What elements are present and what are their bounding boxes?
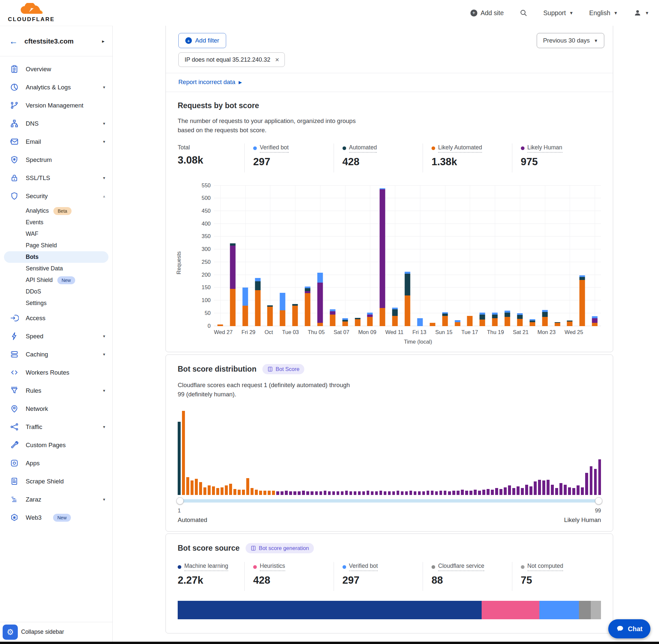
slider-handle-max[interactable] <box>595 497 602 505</box>
stacked-bar[interactable] <box>230 243 235 326</box>
stacked-bar[interactable] <box>255 278 260 326</box>
histogram-bar-score-73[interactable] <box>487 489 490 495</box>
histogram-bar-score-24[interactable] <box>276 491 279 495</box>
histogram-bar-score-17[interactable] <box>246 478 249 495</box>
histogram-bar-score-86[interactable] <box>542 480 545 495</box>
histogram-bar-score-20[interactable] <box>259 491 262 495</box>
sidebar-subitem-page-shield[interactable]: Page Shield <box>4 240 109 251</box>
stacked-bar[interactable] <box>217 324 223 326</box>
histogram-bar-score-82[interactable] <box>525 485 528 495</box>
histogram-bar-score-64[interactable] <box>448 491 451 495</box>
histogram-bar-score-22[interactable] <box>268 491 270 495</box>
histogram-bar-score-48[interactable] <box>379 491 382 495</box>
stacked-bar[interactable] <box>367 313 373 326</box>
histogram-bar-score-95[interactable] <box>581 487 584 495</box>
stacked-bar[interactable] <box>392 308 398 326</box>
sidebar-item-rules[interactable]: Rules▾ <box>0 382 112 400</box>
histogram-bar-score-8[interactable] <box>208 485 211 495</box>
histogram-bar-score-65[interactable] <box>452 491 455 495</box>
stat-label[interactable]: Machine learning <box>178 562 228 571</box>
histogram-bar-score-43[interactable] <box>358 491 361 495</box>
back-arrow-icon[interactable]: ← <box>9 37 18 46</box>
sidebar-item-web3[interactable]: Web3New <box>0 508 112 527</box>
histogram-bar-score-30[interactable] <box>302 491 305 495</box>
histogram-bar-score-13[interactable] <box>229 484 232 495</box>
add-filter-button[interactable]: + Add filter <box>178 33 226 48</box>
histogram-bar-score-68[interactable] <box>465 491 468 495</box>
stacked-bar[interactable] <box>330 309 335 326</box>
sidebar-item-spectrum[interactable]: Spectrum <box>0 151 112 169</box>
stat-label[interactable]: Total <box>178 144 190 151</box>
histogram-bar-score-51[interactable] <box>392 491 395 495</box>
histogram-bar-score-54[interactable] <box>405 491 408 495</box>
histogram-bar-score-85[interactable] <box>538 480 541 495</box>
histogram-bar-score-78[interactable] <box>508 485 511 495</box>
histogram-bar-score-42[interactable] <box>354 491 357 495</box>
histogram-bar-score-69[interactable] <box>469 491 472 495</box>
sidebar-item-version-management[interactable]: Version Management <box>0 96 112 114</box>
histogram-bar-score-99[interactable] <box>598 459 601 495</box>
histogram-bar-score-90[interactable] <box>560 483 562 495</box>
stat-label[interactable]: Likely Human <box>521 144 562 153</box>
histogram-bar-score-96[interactable] <box>585 473 588 495</box>
histogram-bar-score-52[interactable] <box>397 491 400 495</box>
chat-button[interactable]: Chat <box>608 619 651 638</box>
histogram-bar-score-16[interactable] <box>242 490 245 495</box>
sidebar-item-scrape-shield[interactable]: Scrape Shield <box>0 472 112 490</box>
histogram-bar-score-94[interactable] <box>576 485 580 495</box>
stacked-bar[interactable] <box>592 316 598 326</box>
stacked-bar[interactable] <box>567 321 573 326</box>
histogram-bar-score-7[interactable] <box>204 487 206 495</box>
histogram-bar-score-59[interactable] <box>427 491 429 495</box>
histogram-bar-score-70[interactable] <box>474 490 477 495</box>
language-menu[interactable]: English ▼ <box>589 9 618 17</box>
stacked-bar[interactable] <box>517 313 522 326</box>
collapse-sidebar-button[interactable]: Collapse sidebar <box>21 628 64 636</box>
histogram-bar-score-49[interactable] <box>384 491 387 495</box>
sidebar-item-custom-pages[interactable]: Custom Pages <box>0 436 112 454</box>
sidebar-item-speed[interactable]: Speed▾ <box>0 327 112 345</box>
histogram-bar-score-19[interactable] <box>255 490 258 495</box>
stacked-bar[interactable] <box>242 288 248 326</box>
histogram-bar-score-72[interactable] <box>482 490 485 495</box>
source-segment-verified-bot[interactable] <box>539 601 579 619</box>
date-range-selector[interactable]: Previous 30 days ▼ <box>537 33 604 48</box>
sidebar-item-network[interactable]: Network <box>0 400 112 418</box>
histogram-bar-score-4[interactable] <box>191 480 193 495</box>
histogram-bar-score-1[interactable] <box>178 422 181 495</box>
histogram-bar-score-23[interactable] <box>272 491 275 495</box>
stacked-bar[interactable] <box>355 318 360 326</box>
stacked-bar[interactable] <box>380 188 385 326</box>
stacked-bar[interactable] <box>467 316 473 326</box>
sidebar-item-traffic[interactable]: Traffic▾ <box>0 418 112 436</box>
histogram-bar-score-56[interactable] <box>414 491 417 495</box>
sidebar-item-overview[interactable]: Overview <box>0 60 112 78</box>
histogram-bar-score-41[interactable] <box>349 491 352 495</box>
sidebar-item-ssl-tls[interactable]: SSL/TLS▾ <box>0 169 112 187</box>
stat-label[interactable]: Heuristics <box>253 562 285 571</box>
histogram-bar-score-6[interactable] <box>199 482 202 495</box>
histogram-bar-score-84[interactable] <box>534 481 537 495</box>
stacked-bar[interactable] <box>455 320 460 326</box>
histogram-bar-score-18[interactable] <box>251 488 254 495</box>
histogram-bar-score-45[interactable] <box>367 491 370 495</box>
stacked-bar[interactable] <box>405 272 410 326</box>
account-menu[interactable]: ▼ <box>634 9 649 17</box>
histogram-bar-score-14[interactable] <box>233 489 236 495</box>
sidebar-subitem-analytics[interactable]: AnalyticsBeta <box>4 205 109 217</box>
histogram-bar-score-88[interactable] <box>551 485 554 495</box>
histogram-bar-score-35[interactable] <box>324 491 327 495</box>
sidebar-subitem-bots[interactable]: Bots <box>4 251 109 263</box>
stacked-bar[interactable] <box>267 305 273 326</box>
histogram-bar-score-93[interactable] <box>572 488 575 495</box>
sidebar-item-access[interactable]: Access <box>0 309 112 327</box>
stacked-bar[interactable] <box>342 318 348 326</box>
histogram-bar-score-37[interactable] <box>332 491 335 495</box>
histogram-bar-score-46[interactable] <box>371 491 374 495</box>
histogram-bar-score-89[interactable] <box>555 488 558 495</box>
sidebar-subitem-events[interactable]: Events <box>4 217 109 228</box>
sidebar-subitem-waf[interactable]: WAF <box>4 228 109 240</box>
stacked-bar[interactable] <box>555 322 560 326</box>
source-segment-machine-learning[interactable] <box>178 601 481 619</box>
stat-label[interactable]: Likely Automated <box>431 144 482 153</box>
